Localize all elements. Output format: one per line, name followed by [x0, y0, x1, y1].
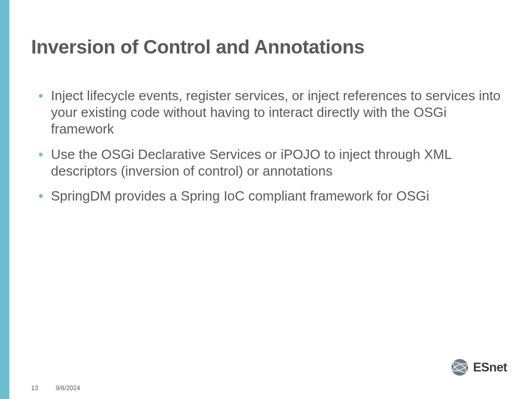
slide-date: 9/8/2024: [56, 384, 80, 392]
logo-text: ESnet: [473, 360, 507, 375]
logo: ESnet: [451, 358, 507, 376]
bullet-list: Inject lifecycle events, register servic…: [31, 87, 501, 204]
bullet-item: Inject lifecycle events, register servic…: [38, 87, 501, 138]
accent-bar: [0, 0, 9, 399]
bullet-item: SpringDM provides a Spring IoC compliant…: [38, 188, 501, 204]
bullet-item: Use the OSGi Declarative Services or iPO…: [38, 146, 501, 179]
slide-title: Inversion of Control and Annotations: [31, 36, 501, 58]
slide-footer: 13 9/8/2024: [31, 384, 80, 392]
slide-number: 13: [31, 384, 38, 392]
esnet-logo-icon: [451, 358, 469, 376]
slide-content: Inversion of Control and Annotations Inj…: [0, 0, 532, 204]
